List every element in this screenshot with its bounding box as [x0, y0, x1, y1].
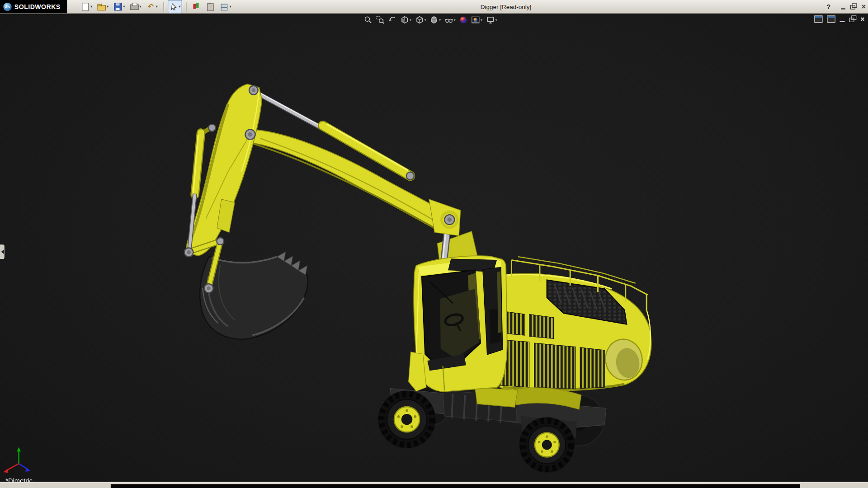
chevron-down-icon: ▾ [229, 5, 231, 9]
collapse-arrow-icon [1, 249, 4, 254]
cascade-window-icon[interactable] [827, 15, 835, 23]
restore-button[interactable] [850, 4, 856, 9]
select-button[interactable]: ▾ [168, 0, 182, 13]
undo-button[interactable]: ↶▾ [145, 0, 159, 13]
new-document-icon [81, 2, 90, 11]
options-grid-icon [220, 2, 229, 11]
new-document-button[interactable]: ▾ [79, 0, 94, 13]
chevron-down-icon: ▾ [439, 18, 441, 22]
hide-show-items-icon [444, 15, 453, 24]
window-title: Digger [Read-only] [481, 0, 531, 13]
chevron-down-icon: ▾ [410, 18, 411, 22]
chevron-down-icon: ▾ [156, 5, 157, 9]
tile-window-icon[interactable] [815, 15, 823, 23]
apply-scene-button[interactable]: ▾ [471, 15, 483, 25]
solidworks-window: ▾ ▾ ▾ ▾ ▾ ▾ × *Dimetric 3s SOLIDWORKS ▾ … [0, 0, 868, 488]
document-restore-button[interactable] [849, 16, 856, 22]
clipboard-button[interactable] [204, 0, 217, 13]
select-cursor-icon [169, 2, 178, 11]
open-folder-icon [97, 2, 106, 11]
chevron-down-icon: ▾ [481, 18, 482, 22]
digger-model[interactable] [0, 0, 868, 488]
document-close-button[interactable]: × [860, 16, 864, 22]
dassault-3ds-icon: 3s [3, 3, 11, 11]
document-minimize-button[interactable] [840, 21, 845, 22]
chevron-down-icon: ▾ [107, 5, 108, 9]
cab-group[interactable] [409, 256, 507, 392]
chevron-down-icon: ▾ [454, 18, 456, 22]
chevron-down-icon: ▾ [495, 18, 497, 22]
save-button[interactable]: ▾ [112, 0, 127, 13]
zoom-to-fit-icon [363, 15, 373, 24]
taskbar-sliver [111, 484, 800, 488]
front-wheel-group[interactable] [378, 390, 435, 448]
view-orientation-icon [415, 15, 424, 24]
options-button[interactable]: ▾ [218, 0, 233, 13]
section-view-button[interactable]: ▾ [400, 15, 412, 25]
help-button[interactable]: ? [826, 3, 830, 10]
brand-name: SOLIDWORKS [14, 3, 61, 10]
minimize-button[interactable] [841, 8, 845, 9]
view-settings-button[interactable]: ▾ [485, 15, 498, 25]
undo-arrow-icon: ↶ [146, 2, 156, 11]
chevron-down-icon: ▾ [179, 5, 180, 9]
solidworks-logo: 3s SOLIDWORKS [0, 0, 67, 13]
window-controls: ? × [826, 0, 866, 13]
standard-toolbar: ▾ ▾ ▾ ▾ ↶▾ ▾ ▾ [79, 0, 233, 13]
titlebar: 3s SOLIDWORKS ▾ ▾ ▾ ▾ ↶▾ ▾ ▾ Digger [Rea… [0, 0, 868, 14]
print-button[interactable]: ▾ [128, 0, 143, 13]
document-window-controls: × [815, 15, 865, 23]
print-icon [130, 2, 139, 11]
reference-triad [3, 447, 30, 473]
hide-show-items-button[interactable]: ▾ [443, 15, 456, 25]
display-style-button[interactable]: ▾ [429, 15, 442, 25]
rear-wheel-group[interactable] [519, 417, 575, 472]
apply-scene-icon [471, 15, 480, 24]
color-indicator-button[interactable] [191, 0, 203, 13]
clipboard-icon [206, 2, 215, 11]
close-button[interactable]: × [862, 0, 866, 13]
heads-up-view-toolbar: ▾ ▾ ▾ ▾ ▾ ▾ [363, 15, 498, 25]
previous-view-icon [388, 15, 397, 24]
view-settings-icon [486, 15, 495, 24]
panel-collapse-tab[interactable] [0, 244, 5, 259]
edit-appearance-button[interactable] [458, 15, 468, 25]
zoom-to-area-button[interactable] [375, 15, 385, 25]
previous-view-button[interactable] [387, 15, 397, 25]
red-green-indicator-icon [192, 2, 201, 11]
display-style-icon [429, 15, 439, 24]
edit-appearance-icon [459, 15, 468, 24]
chevron-down-icon: ▾ [90, 5, 92, 9]
zoom-to-area-icon [376, 15, 385, 24]
save-floppy-icon [113, 2, 123, 11]
chevron-down-icon: ▾ [139, 5, 141, 9]
zoom-to-fit-button[interactable] [363, 15, 373, 25]
toolbar-separator [163, 2, 164, 11]
section-view-icon [400, 15, 409, 24]
toolbar-separator [186, 2, 187, 11]
open-button[interactable]: ▾ [96, 0, 110, 13]
view-orientation-button[interactable]: ▾ [415, 15, 427, 25]
chevron-down-icon: ▾ [123, 5, 125, 9]
chevron-down-icon: ▾ [425, 18, 426, 22]
bottom-edge-strip [0, 482, 868, 488]
